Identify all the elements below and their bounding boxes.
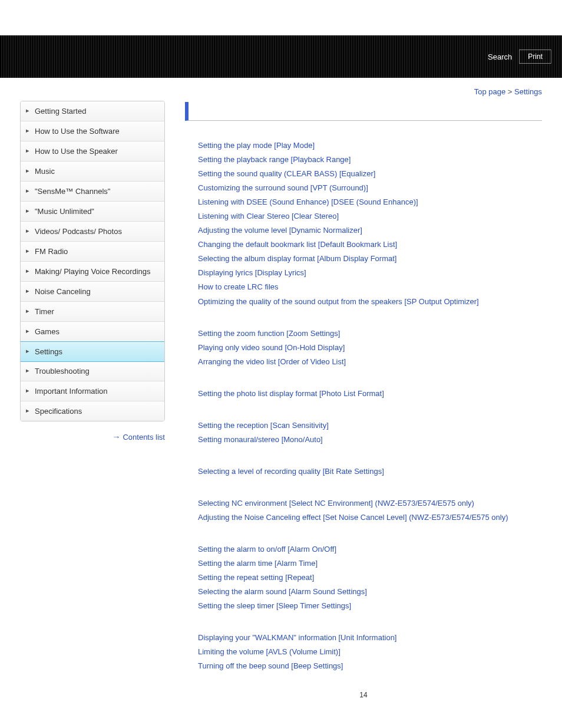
sidebar-item[interactable]: Important Information (21, 381, 164, 401)
content-link[interactable]: Displaying lyrics [Display Lyrics] (198, 266, 542, 280)
contents-list-link[interactable]: Contents list (123, 433, 165, 442)
content-link[interactable]: Listening with Clear Stereo [Clear Stere… (198, 209, 542, 223)
sidebar-item-label: "SensMe™ Channels" (35, 187, 110, 196)
content-link[interactable]: Optimizing the quality of the sound outp… (198, 295, 542, 309)
content-link[interactable]: Selecting the album display format [Albu… (198, 252, 542, 266)
sidebar-item[interactable]: "Music Unlimited" (21, 202, 164, 222)
sidebar-item[interactable]: Videos/ Podcasts/ Photos (21, 222, 164, 242)
page-title (185, 102, 542, 121)
top-spacer (0, 0, 562, 35)
content-link[interactable]: Setting the sleep timer [Sleep Timer Set… (198, 599, 542, 613)
link-group: Selecting NC environment [Select NC Envi… (198, 496, 542, 525)
sidebar-item[interactable]: Troubleshooting (21, 361, 164, 381)
sidebar-item-label: FM Radio (35, 247, 68, 256)
content-link[interactable]: Changing the default bookmark list [Defa… (198, 238, 542, 252)
print-button[interactable]: Print (519, 50, 551, 64)
sidebar-item-label: How to Use the Software (35, 127, 120, 136)
content-link[interactable]: Setting the reception [Scan Sensitivity] (198, 419, 542, 433)
link-group: Displaying your "WALKMAN" information [U… (198, 631, 542, 673)
sidebar-item-label: Noise Canceling (35, 287, 91, 296)
content-link[interactable]: Setting the play mode [Play Mode] (198, 139, 542, 153)
content-link[interactable]: Setting the repeat setting [Repeat] (198, 571, 542, 585)
sidebar-item[interactable]: Making/ Playing Voice Recordings (21, 262, 164, 282)
sidebar-item[interactable]: Music (21, 162, 164, 182)
sidebar-item[interactable]: Specifications (21, 401, 164, 421)
sidebar-item[interactable]: How to Use the Software (21, 121, 164, 141)
content-link[interactable]: Adjusting the Noise Canceling effect [Se… (198, 510, 542, 525)
link-group: Selecting a level of recording quality [… (198, 465, 542, 479)
content-link[interactable]: Playing only video sound [On-Hold Displa… (198, 341, 542, 355)
link-group: Setting the play mode [Play Mode]Setting… (198, 139, 542, 309)
content-link[interactable]: Arranging the video list [Order of Video… (198, 355, 542, 369)
sidebar-item-label: How to Use the Speaker (35, 147, 118, 156)
content-link[interactable]: Customizing the surround sound [VPT (Sur… (198, 181, 542, 195)
sidebar-item-label: Specifications (35, 407, 82, 416)
sidebar-item-label: "Music Unlimited" (35, 207, 94, 216)
link-group: Setting the photo list display format [P… (198, 387, 542, 401)
arrow-right-icon: → (112, 432, 120, 442)
content-link[interactable]: Setting the playback range [Playback Ran… (198, 153, 542, 167)
breadcrumb-sep: > (505, 87, 514, 96)
content-link[interactable]: Setting the sound quality (CLEAR BASS) [… (198, 167, 542, 181)
sidebar-item-label: Timer (35, 307, 54, 316)
sidebar-item-label: Troubleshooting (35, 367, 90, 375)
breadcrumb-top-link[interactable]: Top page (474, 87, 506, 96)
content-link[interactable]: Limiting the volume [AVLS (Volume Limit)… (198, 645, 542, 659)
search-link[interactable]: Search (488, 52, 512, 61)
header-bar: Search Print (0, 35, 562, 78)
content-link[interactable]: Turning off the beep sound [Beep Setting… (198, 659, 542, 673)
content-link[interactable]: Selecting NC environment [Select NC Envi… (198, 496, 542, 510)
sidebar-item-label: Videos/ Podcasts/ Photos (35, 227, 122, 236)
link-group: Setting the alarm to on/off [Alarm On/Of… (198, 542, 542, 613)
sidebar-column: Getting StartedHow to Use the SoftwareHo… (20, 101, 165, 442)
sidebar-item-label: Settings (35, 347, 62, 356)
sidebar-item[interactable]: Getting Started (21, 101, 164, 121)
sidebar-item-label: Making/ Playing Voice Recordings (35, 267, 151, 276)
content-link[interactable]: Setting the zoom function [Zoom Settings… (198, 327, 542, 341)
content-link[interactable]: Displaying your "WALKMAN" information [U… (198, 631, 542, 645)
content-link[interactable]: Setting the alarm time [Alarm Time] (198, 556, 542, 571)
link-group: Setting the zoom function [Zoom Settings… (198, 327, 542, 369)
content-link[interactable]: Setting the photo list display format [P… (198, 387, 542, 401)
sidebar-item[interactable]: How to Use the Speaker (21, 141, 164, 162)
content-link[interactable]: Selecting the alarm sound [Alarm Sound S… (198, 585, 542, 599)
sidebar-item[interactable]: Games (21, 322, 164, 342)
breadcrumb-current[interactable]: Settings (514, 87, 542, 96)
sidebar-item-label: Music (35, 167, 55, 176)
page-number: 14 (185, 691, 542, 699)
content-link[interactable]: Listening with DSEE (Sound Enhance) [DSE… (198, 195, 542, 209)
content-link[interactable]: Setting the alarm to on/off [Alarm On/Of… (198, 542, 542, 556)
sidebar-item[interactable]: Timer (21, 302, 164, 322)
sidebar-item[interactable]: FM Radio (21, 242, 164, 262)
sidebar-item[interactable]: "SensMe™ Channels" (21, 182, 164, 202)
sidebar-item-label: Getting Started (35, 107, 86, 116)
sidebar-item[interactable]: Settings (20, 341, 165, 362)
sidebar-item[interactable]: Noise Canceling (21, 282, 164, 302)
contents-list-link-wrap: →Contents list (20, 432, 165, 442)
content-link[interactable]: Setting monaural/stereo [Mono/Auto] (198, 433, 542, 447)
content-link[interactable]: Selecting a level of recording quality [… (198, 465, 542, 479)
breadcrumb: Top page > Settings (0, 78, 562, 101)
link-group: Setting the reception [Scan Sensitivity]… (198, 419, 542, 447)
sidebar: Getting StartedHow to Use the SoftwareHo… (20, 101, 165, 421)
sidebar-item-label: Important Information (35, 387, 108, 396)
main-content: Setting the play mode [Play Mode]Setting… (185, 101, 542, 699)
sidebar-item-label: Games (35, 327, 59, 336)
content-link[interactable]: How to create LRC files (198, 280, 542, 294)
content-link[interactable]: Adjusting the volume level [Dynamic Norm… (198, 223, 542, 238)
